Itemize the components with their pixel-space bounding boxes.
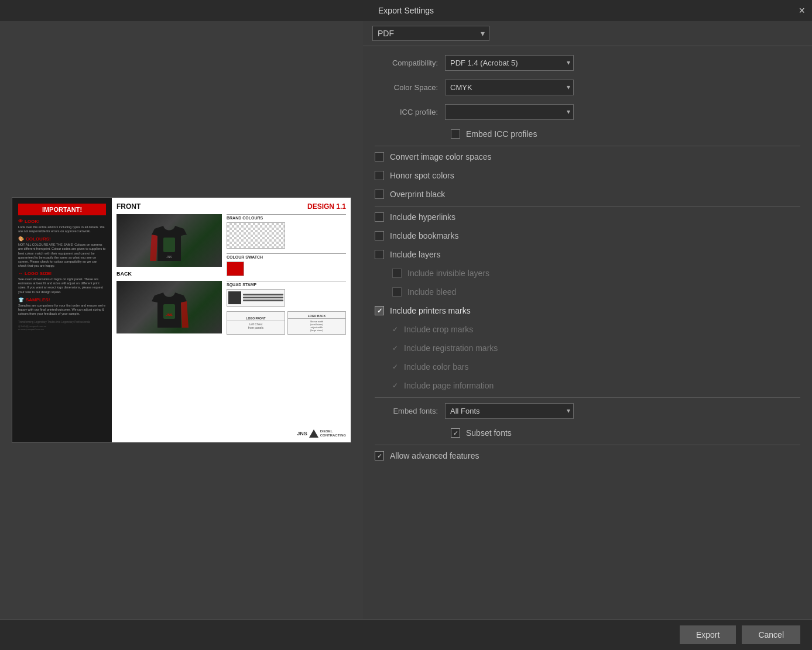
embed-icc-checkbox[interactable] [451,129,460,139]
dialog-title: Export Settings [378,6,434,15]
look-icon: 👁 [18,219,23,224]
brand-colours-swatch [227,222,285,249]
color-space-row: Color Space: CMYK [375,78,800,97]
subset-fonts-row: Subset fonts [375,426,800,440]
logo-section-title: ↔ LOGO SIZE! [18,271,106,276]
samples-text: Samples are compulsory for your first or… [18,304,106,316]
subset-fonts-checkbox[interactable] [451,428,460,438]
squad-stamp-box [227,289,285,307]
settings-header: PDF [363,21,812,46]
layers-checkbox[interactable] [375,250,384,259]
bleed-row: Include bleed [375,285,800,299]
doc-body: JNS BACK JNS [117,214,346,438]
registration-marks-check-icon: ✓ [392,344,398,352]
compatibility-control[interactable]: PDF 1.4 (Acrobat 5) [445,55,800,71]
advanced-features-label: Allow advanced features [390,451,479,460]
doc-side-info: BRAND COLOURS COLOUR SWATCH SQUAD STAMP [227,214,346,438]
format-select-wrapper[interactable]: PDF [372,26,489,41]
bleed-checkbox[interactable] [392,287,402,297]
jacket-images: JNS BACK JNS [117,214,222,438]
main-content: IMPORTANT! 👁 LOOK! Look over the entire … [0,21,812,619]
svg-text:JNS: JNS [166,255,172,259]
doc-front-title: FRONT [117,202,141,211]
embed-icc-row: Embed ICC profiles [375,127,800,141]
cancel-button[interactable]: Cancel [742,625,800,644]
svg-rect-0 [163,238,175,252]
color-bars-check-icon: ✓ [392,363,398,371]
red-colour-swatch [227,262,244,276]
brand-colours-label: BRAND COLOURS [227,214,346,220]
color-bars-row: ✓ Include color bars [375,360,800,374]
color-space-select[interactable]: CMYK [445,80,574,95]
honor-spot-label: Honor spot colors [390,171,454,180]
color-bars-label: Include color bars [404,362,469,372]
colours-icon: 🎨 [18,236,24,242]
stamp-text [243,294,283,302]
bookmarks-row: Include bookmarks [375,229,800,243]
logo-row: LOGO FRONT Left Chestfrom panels LOGO BA… [227,311,346,335]
overprint-label: Overprint black [390,190,445,199]
svg-rect-2 [163,304,175,319]
logo-text: See exact dimensions of logos on right p… [18,277,106,294]
front-jacket-image: JNS [117,214,222,267]
settings-scroll-area[interactable]: Compatibility: PDF 1.4 (Acrobat 5) Color… [363,46,812,619]
svg-text:JNS: JNS [166,313,173,317]
important-header: IMPORTANT! [18,204,106,215]
divider-4 [375,445,800,445]
layers-label: Include layers [390,250,440,259]
colours-text: NOT ALL COLOURS ARE THE SAME! Colours on… [18,243,106,268]
embed-fonts-control[interactable]: All Fonts [445,403,800,419]
hyperlinks-checkbox[interactable] [375,212,384,222]
printers-marks-label: Include printers marks [390,306,471,315]
divider-1 [375,146,800,146]
samples-icon: 👕 [18,297,24,302]
honor-spot-row: Honor spot colors [375,168,800,183]
invisible-layers-checkbox[interactable] [392,269,402,278]
honor-spot-checkbox[interactable] [375,171,384,180]
doc-design-title: DESIGN 1.1 [307,202,346,211]
advanced-features-checkbox[interactable] [375,451,384,460]
icc-profile-control[interactable] [445,104,800,120]
look-section-title: 👁 LOOK! [18,219,106,224]
compatibility-row: Compatibility: PDF 1.4 (Acrobat 5) [375,53,800,72]
jns-brand-logo: JNS DIESELCONTRACTING [297,429,346,438]
color-space-control[interactable]: CMYK [445,80,800,95]
crop-marks-row: ✓ Include crop marks [375,322,800,336]
logo-back-box: LOGO BACK Sleeve width(small sizes)adjus… [287,311,346,335]
registration-marks-row: ✓ Include registration marks [375,341,800,355]
doc-left-panel: IMPORTANT! 👁 LOOK! Look over the entire … [12,198,112,442]
embed-fonts-label: Embed fonts: [375,407,445,415]
printers-marks-checkbox[interactable] [375,306,384,315]
embed-fonts-select[interactable]: All Fonts [445,403,574,419]
icc-profile-label: ICC profile: [375,108,445,116]
invisible-layers-label: Include invisible layers [407,269,489,278]
compatibility-select[interactable]: PDF 1.4 (Acrobat 5) [445,55,574,71]
jns-logo-area: JNS DIESELCONTRACTING [227,425,346,438]
colour-swatch-label: COLOUR SWATCH [227,253,346,259]
hyperlinks-label: Include hyperlinks [390,212,455,222]
bookmarks-checkbox[interactable] [375,231,384,240]
back-jacket-image: JNS [117,281,222,333]
samples-section-title: 👕 SAMPLES! [18,297,106,302]
color-space-label: Color Space: [375,83,445,92]
doc-header: FRONT DESIGN 1.1 [117,202,346,211]
bleed-label: Include bleed [407,287,456,297]
crop-marks-check-icon: ✓ [392,325,398,333]
look-text: Look over the entire artwork including t… [18,225,106,233]
subset-fonts-label: Subset fonts [466,428,512,438]
layers-row: Include layers [375,247,800,262]
overprint-checkbox[interactable] [375,190,384,199]
document-preview: IMPORTANT! 👁 LOOK! Look over the entire … [12,197,351,443]
convert-colors-checkbox[interactable] [375,152,384,161]
title-bar: Export Settings × [0,0,812,21]
page-info-label: Include page information [404,381,494,390]
export-button[interactable]: Export [680,625,736,644]
divider-3 [375,397,800,398]
icc-profile-select[interactable] [445,104,574,120]
format-select[interactable]: PDF [372,26,489,41]
left-panel: IMPORTANT! 👁 LOOK! Look over the entire … [0,21,363,619]
squad-stamp-label: SQUAD STAMP [227,281,346,287]
logo-icon: ↔ [18,271,23,276]
back-label: BACK [117,271,222,277]
close-button[interactable]: × [799,5,805,16]
